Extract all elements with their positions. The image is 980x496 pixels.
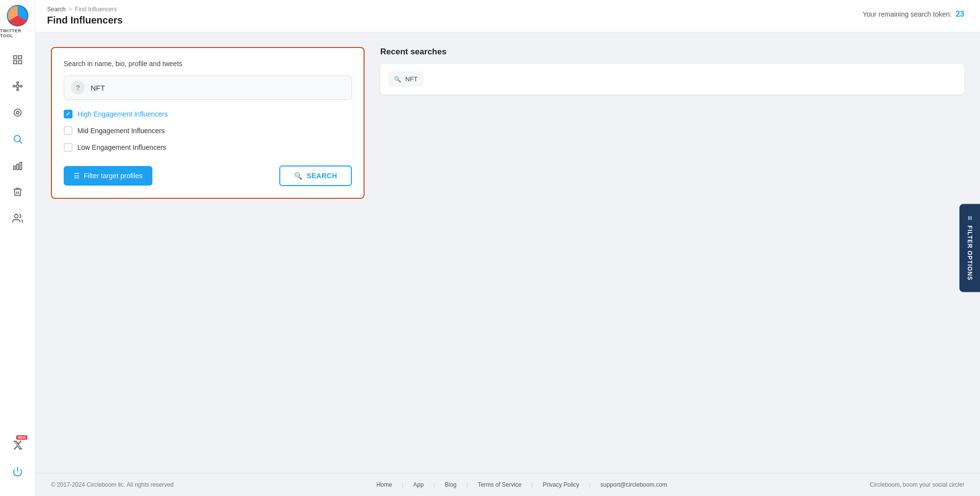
checkbox-high-icon bbox=[64, 110, 73, 118]
sidebar-item-network[interactable] bbox=[6, 74, 29, 98]
footer-link-support[interactable]: support@circleboom.com bbox=[600, 481, 667, 488]
checkbox-high-engagement[interactable]: High Engagement Influencers bbox=[64, 110, 352, 118]
footer-copyright: © 2017-2024 Circleboom llc. All rights r… bbox=[51, 481, 173, 488]
svg-point-4 bbox=[16, 85, 19, 88]
svg-point-7 bbox=[17, 82, 19, 84]
token-label: Your remaining search token: bbox=[863, 10, 952, 18]
question-icon: ? bbox=[71, 81, 85, 94]
filter-options-icon: ≡ bbox=[965, 215, 974, 220]
circle-icon bbox=[12, 107, 23, 118]
breadcrumb: Search > Find Influencers bbox=[47, 6, 122, 13]
svg-rect-2 bbox=[18, 61, 21, 64]
main-content: Search > Find Influencers Find Influence… bbox=[35, 0, 980, 496]
sidebar: TWITTER TOOL bbox=[0, 0, 35, 496]
footer-link-privacy[interactable]: Privacy Policy bbox=[542, 481, 579, 488]
sidebar-nav bbox=[0, 48, 35, 433]
svg-rect-18 bbox=[17, 164, 19, 169]
sidebar-item-power[interactable] bbox=[6, 460, 29, 483]
recent-search-icon: 🔍 bbox=[394, 76, 401, 83]
sidebar-logo bbox=[7, 5, 28, 26]
breadcrumb-parent[interactable]: Search bbox=[47, 6, 66, 13]
new-badge: NEW bbox=[16, 435, 27, 440]
svg-rect-0 bbox=[13, 56, 16, 59]
checkbox-low-label: Low Engagement Influencers bbox=[77, 143, 166, 151]
sidebar-item-delete[interactable] bbox=[6, 180, 29, 204]
header: Search > Find Influencers Find Influence… bbox=[35, 0, 980, 32]
recent-searches-card: 🔍 NFT bbox=[380, 64, 964, 94]
footer-link-home[interactable]: Home bbox=[376, 481, 392, 488]
sidebar-item-dashboard[interactable] bbox=[6, 48, 29, 71]
svg-rect-17 bbox=[13, 166, 15, 169]
footer-link-blog[interactable]: Blog bbox=[445, 481, 457, 488]
search-input[interactable] bbox=[91, 84, 344, 92]
x-icon bbox=[12, 440, 23, 450]
search-icon bbox=[12, 134, 23, 144]
search-input-wrapper: ? bbox=[64, 75, 352, 100]
sidebar-bottom: NEW bbox=[6, 433, 29, 491]
svg-rect-19 bbox=[20, 163, 22, 170]
filter-icon: ☰ bbox=[74, 172, 80, 180]
svg-point-6 bbox=[20, 85, 22, 87]
page-title: Find Influencers bbox=[47, 15, 122, 26]
header-left: Search > Find Influencers Find Influence… bbox=[47, 6, 122, 26]
footer-link-app[interactable]: App bbox=[413, 481, 423, 488]
filter-options-label: FILTER OPTIONS bbox=[966, 225, 973, 280]
recent-searches-title: Recent searches bbox=[380, 47, 964, 57]
checkbox-mid-engagement[interactable]: Mid Engagement Influencers bbox=[64, 126, 352, 135]
svg-rect-1 bbox=[18, 56, 21, 59]
recent-search-text: NFT bbox=[405, 75, 417, 83]
search-actions: ☰ Filter target profiles 🔍 SEARCH bbox=[64, 165, 352, 186]
svg-point-20 bbox=[14, 214, 18, 218]
checkbox-low-icon bbox=[64, 143, 73, 152]
checkbox-group: High Engagement Influencers Mid Engageme… bbox=[64, 110, 352, 152]
svg-point-8 bbox=[17, 89, 19, 91]
checkbox-high-label: High Engagement Influencers bbox=[77, 110, 168, 118]
footer-tagline: Circleboom, boom your social circle! bbox=[870, 481, 964, 488]
sidebar-item-analytics[interactable] bbox=[6, 154, 29, 177]
search-button[interactable]: 🔍 SEARCH bbox=[279, 165, 352, 186]
app-name: TWITTER TOOL bbox=[0, 28, 35, 38]
delete-icon bbox=[12, 187, 23, 197]
sidebar-item-users[interactable] bbox=[6, 207, 29, 230]
filter-options-sidebar-button[interactable]: ≡ FILTER OPTIONS bbox=[959, 204, 980, 292]
header-right: Your remaining search token: 23 bbox=[863, 6, 964, 19]
checkbox-mid-label: Mid Engagement Influencers bbox=[77, 127, 165, 135]
recent-searches-panel: Recent searches 🔍 NFT bbox=[380, 47, 964, 94]
svg-point-5 bbox=[13, 85, 15, 87]
sidebar-item-circle[interactable] bbox=[6, 101, 29, 124]
token-count: 23 bbox=[956, 10, 964, 19]
content-area: Search in name, bio, profile and tweets … bbox=[35, 32, 980, 473]
power-icon bbox=[12, 466, 23, 477]
checkbox-mid-icon bbox=[64, 126, 73, 135]
svg-line-16 bbox=[20, 141, 22, 143]
svg-point-14 bbox=[16, 111, 19, 114]
filter-button-label: Filter target profiles bbox=[84, 172, 143, 180]
search-button-icon: 🔍 bbox=[294, 172, 303, 180]
network-icon bbox=[12, 81, 23, 92]
search-button-label: SEARCH bbox=[307, 172, 337, 180]
svg-point-15 bbox=[14, 136, 20, 142]
svg-rect-3 bbox=[13, 61, 16, 64]
sidebar-item-search[interactable] bbox=[6, 127, 29, 151]
footer-links: Home | App | Blog | Terms of Service | P… bbox=[376, 481, 667, 488]
breadcrumb-separator: > bbox=[69, 6, 72, 13]
grid-icon bbox=[12, 54, 23, 65]
recent-search-item-nft[interactable]: 🔍 NFT bbox=[388, 71, 423, 87]
svg-point-13 bbox=[14, 109, 21, 117]
footer: © 2017-2024 Circleboom llc. All rights r… bbox=[35, 473, 980, 496]
breadcrumb-current: Find Influencers bbox=[75, 6, 117, 13]
filter-target-profiles-button[interactable]: ☰ Filter target profiles bbox=[64, 166, 152, 186]
search-panel: Search in name, bio, profile and tweets … bbox=[51, 47, 365, 199]
search-panel-title: Search in name, bio, profile and tweets bbox=[64, 60, 352, 68]
sidebar-item-twitter-x[interactable]: NEW bbox=[6, 433, 29, 457]
checkbox-low-engagement[interactable]: Low Engagement Influencers bbox=[64, 143, 352, 152]
analytics-icon bbox=[12, 160, 23, 171]
footer-link-tos[interactable]: Terms of Service bbox=[478, 481, 521, 488]
users-icon bbox=[12, 213, 23, 224]
